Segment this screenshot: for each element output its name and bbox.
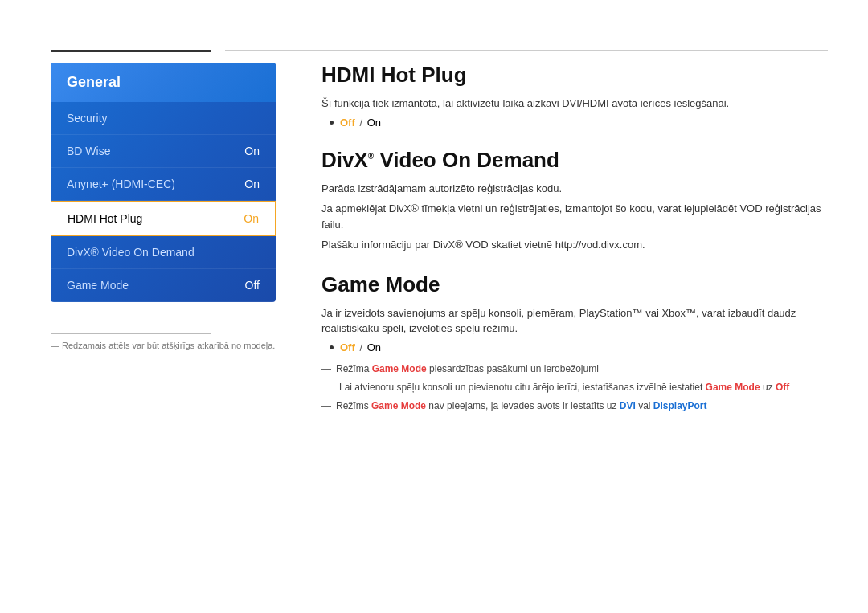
sidebar-item-bd-wise-label: BD Wise bbox=[67, 145, 110, 157]
game-slash: / bbox=[357, 341, 366, 353]
sidebar-item-bd-wise[interactable]: BD Wise On bbox=[51, 135, 276, 168]
sidebar-footer: — Redzamais attēls var būt atšķirīgs atk… bbox=[51, 333, 276, 350]
divx-desc3: Plašāku informāciju par DivX® VOD skatie… bbox=[321, 237, 836, 253]
game-mode-bullet: Off / On bbox=[330, 341, 836, 353]
bullet-dot-game-icon bbox=[330, 345, 334, 349]
game-off-label: Off bbox=[340, 341, 355, 353]
sidebar-header: General bbox=[51, 63, 276, 102]
sidebar-item-security-label: Security bbox=[67, 112, 108, 125]
game-mode-note1: — Režīma Game Mode piesardzības pasākumi… bbox=[321, 362, 836, 376]
hdmi-slash: / bbox=[357, 116, 366, 129]
hdmi-title: HDMI Hot Plug bbox=[321, 63, 836, 88]
game-mode-desc: Ja ir izveidots savienojums ar spēļu kon… bbox=[321, 305, 836, 337]
game-mode-note3: — Režīms Game Mode nav pieejams, ja ieva… bbox=[321, 398, 836, 413]
sidebar-item-game-mode[interactable]: Game Mode Off bbox=[51, 269, 276, 302]
sidebar-item-hdmi-value: On bbox=[244, 212, 259, 225]
top-divider-left bbox=[51, 50, 211, 52]
sidebar-item-anynet[interactable]: Anynet+ (HDMI-CEC) On bbox=[51, 168, 276, 201]
divx-title: DivX® Video On Demand bbox=[321, 148, 836, 173]
sidebar-item-bd-wise-value: On bbox=[244, 145, 260, 157]
sidebar-item-hdmi-hot-plug[interactable]: HDMI Hot Plug On bbox=[51, 201, 276, 236]
sidebar-item-hdmi-label: HDMI Hot Plug bbox=[68, 212, 142, 225]
divx-section: DivX® Video On Demand Parāda izstrādājam… bbox=[321, 148, 836, 253]
bullet-dot-icon bbox=[330, 121, 334, 125]
main-content: HDMI Hot Plug Šī funkcija tiek izmantota… bbox=[321, 63, 836, 432]
sidebar-footer-divider bbox=[51, 333, 211, 334]
game-mode-title: Game Mode bbox=[321, 272, 836, 297]
game-mode-note2: Lai atvienotu spēļu konsoli un pievienot… bbox=[339, 380, 836, 394]
sidebar-menu: General Security BD Wise On Anynet+ (HDM… bbox=[51, 63, 276, 302]
top-divider-right bbox=[225, 50, 828, 51]
hdmi-off-label: Off bbox=[340, 116, 355, 129]
hdmi-hot-plug-section: HDMI Hot Plug Šī funkcija tiek izmantota… bbox=[321, 63, 836, 129]
divx-desc2: Ja apmeklējat DivX® tīmekļa vietni un re… bbox=[321, 201, 836, 232]
sidebar-item-anynet-value: On bbox=[244, 178, 260, 190]
game-on-label: On bbox=[367, 341, 381, 353]
hdmi-on-label: On bbox=[367, 116, 381, 129]
game-mode-section: Game Mode Ja ir izveidots savienojums ar… bbox=[321, 272, 836, 413]
hdmi-bullet: Off / On bbox=[330, 116, 836, 129]
sidebar-item-game-value: Off bbox=[245, 279, 260, 292]
divx-desc1: Parāda izstrādājamam autorizēto reģistrā… bbox=[321, 181, 836, 197]
sidebar-item-divx-vod[interactable]: DivX® Video On Demand bbox=[51, 236, 276, 269]
sidebar-item-divx-label: DivX® Video On Demand bbox=[67, 246, 194, 259]
sidebar-item-game-label: Game Mode bbox=[67, 279, 129, 292]
sidebar-item-anynet-label: Anynet+ (HDMI-CEC) bbox=[67, 178, 175, 190]
sidebar-footer-note: — Redzamais attēls var būt atšķirīgs atk… bbox=[51, 341, 276, 350]
hdmi-desc: Šī funkcija tiek izmantota, lai aktivizē… bbox=[321, 96, 836, 112]
sidebar-item-security[interactable]: Security bbox=[51, 102, 276, 135]
